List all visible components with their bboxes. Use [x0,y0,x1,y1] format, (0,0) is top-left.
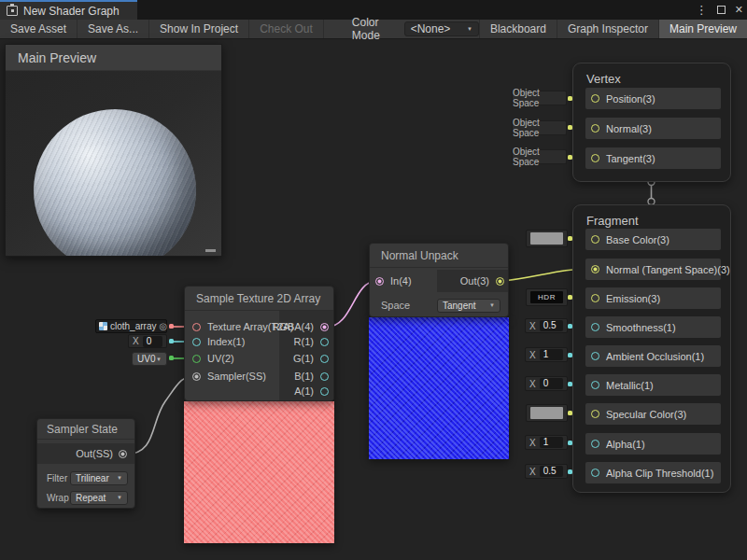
uv-input[interactable]: UV(2) [192,353,234,364]
index-field[interactable]: X 0 [128,334,167,348]
ambient-occlusion-port[interactable] [591,352,599,360]
ambient-occlusion-default-dot [568,353,572,357]
out-ss-port[interactable] [119,450,127,458]
base-color-port[interactable] [591,235,599,244]
save-asset-button[interactable]: Save Asset [0,20,78,38]
out-port[interactable] [496,277,504,286]
fragment-row-alpha[interactable]: Alpha(1) [585,433,721,455]
smoothness-value[interactable]: 0.5 [540,320,563,331]
show-in-project-button[interactable]: Show In Project [149,20,249,38]
normal-port[interactable] [591,124,599,133]
vertex-row-normal[interactable]: Normal(3) [585,118,721,139]
maximize-icon[interactable] [717,6,726,14]
emission-hdr-swatch[interactable]: HDR [526,288,568,306]
main-preview-panel: Main Preview [5,44,222,257]
color-mode-dropdown[interactable]: <None> ▼ [404,21,479,36]
smoothness-port[interactable] [591,323,599,331]
window-controls: ⋮ ✕ [696,0,743,20]
specular-color-port[interactable] [591,410,599,418]
alpha-value[interactable]: 1 [540,437,563,448]
texture-array-port[interactable] [192,323,201,331]
object-picker-icon[interactable]: ◎ [159,322,167,331]
window-menu-icon[interactable]: ⋮ [696,4,708,16]
uv-channel-dropdown[interactable]: UV0 ▼ [132,352,167,366]
sampler-state-node[interactable]: Sampler State Out(SS) Filter Trilinear ▼… [36,418,135,509]
alpha-port[interactable] [591,440,599,448]
alpha-clip-field[interactable]: X 0.5 [525,464,568,479]
fragment-row-metallic[interactable]: Metallic(1) [585,374,721,396]
rgba-output[interactable]: RGBA(4) [272,321,329,332]
in-port[interactable] [375,277,384,286]
fragment-row-normal-ts[interactable]: Normal (Tangent Space)(3) [585,259,721,280]
save-as-button[interactable]: Save As... [78,20,149,38]
shader-graph-asset-icon [7,6,18,16]
index-label: Index(1) [207,336,245,347]
space-dropdown[interactable]: Tangent ▼ [437,299,500,313]
base-color-swatch[interactable] [526,230,568,247]
blackboard-toggle[interactable]: Blackboard [479,20,557,38]
preview-resize-handle[interactable] [205,249,216,252]
g-output[interactable]: G(1) [293,353,329,364]
normal-unpack-node[interactable]: Normal Unpack In(4) Out(3) Space Tangent… [369,243,509,317]
tab-new-shader-graph[interactable]: New Shader Graph [0,0,137,20]
ambient-occlusion-value[interactable]: 1 [540,349,563,360]
rgba-port[interactable] [320,323,329,331]
out-cell[interactable]: Out(3) [437,270,508,292]
fragment-row-ambient-occlusion[interactable]: Ambient Occlusion(1) [585,345,721,367]
alpha-clip-port[interactable] [591,469,599,477]
a-port[interactable] [320,387,329,396]
normal-unpack-title: Normal Unpack [370,244,508,268]
vertex-row-position[interactable]: Position(3) [585,88,721,109]
sampler-input[interactable]: Sampler(SS) [192,371,266,382]
fragment-row-smoothness[interactable]: Smoothness(1) [585,316,721,338]
fragment-row-alpha-clip[interactable]: Alpha Clip Threshold(1) [585,462,721,483]
fragment-node[interactable]: Fragment Base Color(3) Normal (Tangent S… [572,204,731,493]
fragment-row-specular-color[interactable]: Specular Color(3) [585,403,721,425]
a-output[interactable]: A(1) [294,385,329,397]
vertex-row-tangent[interactable]: Tangent(3) [585,147,721,169]
metallic-field[interactable]: X 0 [525,376,568,391]
b-port[interactable] [320,372,329,381]
index-input[interactable]: Index(1) [192,336,245,347]
metallic-value[interactable]: 0 [540,378,563,389]
main-preview-toggle[interactable]: Main Preview [658,20,747,38]
smoothness-label: Smoothness(1) [606,322,676,333]
metallic-port[interactable] [591,381,599,389]
emission-port[interactable] [591,294,599,302]
r-port[interactable] [320,338,329,346]
close-icon[interactable]: ✕ [735,4,743,16]
specular-color-swatch[interactable] [526,404,568,422]
x-prefix: X [529,467,536,477]
tangent-port[interactable] [591,154,599,162]
filter-dropdown[interactable]: Trilinear ▼ [70,471,128,485]
alpha-clip-value[interactable]: 0.5 [540,466,563,477]
ambient-occlusion-field[interactable]: X 1 [525,347,568,362]
fragment-row-base-color[interactable]: Base Color(3) [585,229,721,250]
graph-inspector-toggle[interactable]: Graph Inspector [557,20,658,38]
wrap-dropdown[interactable]: Repeat ▼ [70,491,128,505]
position-port[interactable] [591,94,599,103]
tangent-default-dot [568,155,572,160]
index-port[interactable] [192,338,201,346]
g-port[interactable] [320,355,329,363]
index-value[interactable]: 0 [143,336,162,347]
b-output[interactable]: B(1) [294,371,329,382]
smoothness-field[interactable]: X 0.5 [525,318,568,333]
position-space-selector[interactable]: Object Space [512,91,567,105]
cloth-array-object-field[interactable]: cloth_array ◎ [95,319,167,333]
sampler-port[interactable] [192,372,201,381]
tangent-space-selector[interactable]: Object Space [512,149,567,164]
normal-ts-port[interactable] [591,265,599,273]
main-preview-header[interactable]: Main Preview [6,45,221,71]
uv-port[interactable] [192,355,201,363]
in-cell[interactable]: In(4) [370,270,437,292]
out-ss-row[interactable]: Out(SS) [37,443,134,464]
vertex-node[interactable]: Vertex Position(3) Normal(3) Tangent(3) [572,63,731,182]
main-preview-viewport[interactable] [6,71,221,256]
sample-texture-2d-array-node[interactable]: Sample Texture 2D Array Texture Array(T2… [184,286,334,401]
fragment-row-emission[interactable]: Emission(3) [585,287,721,309]
normal-space-selector[interactable]: Object Space [512,120,567,135]
x-prefix: X [133,336,139,346]
r-output[interactable]: R(1) [294,336,329,347]
alpha-field[interactable]: X 1 [525,435,568,450]
